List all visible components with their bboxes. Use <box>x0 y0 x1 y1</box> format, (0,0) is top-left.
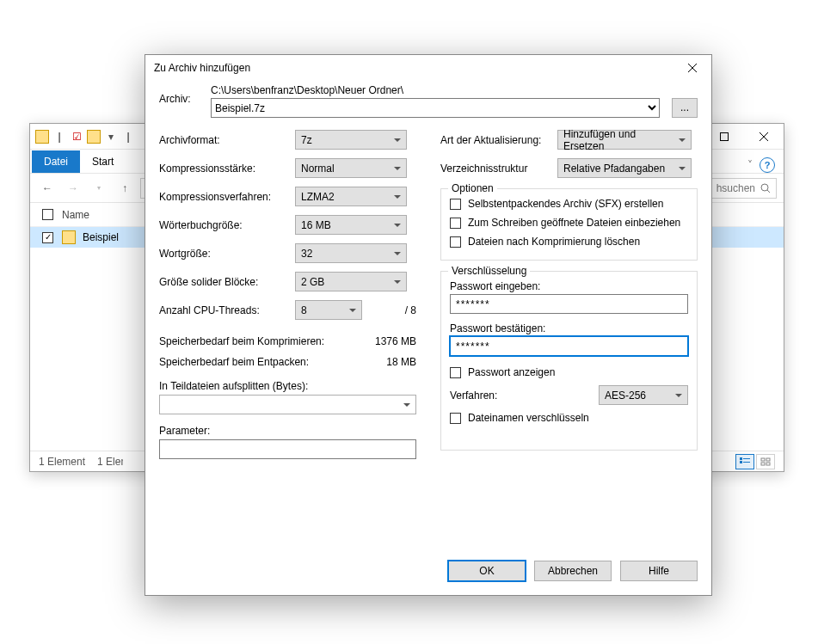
mem-compress-value: 1376 MB <box>375 335 416 347</box>
split-label: In Teildateien aufsplitten (Bytes): <box>159 380 416 392</box>
svg-rect-1 <box>721 132 729 140</box>
archive-label: Archiv: <box>159 84 199 105</box>
enc-method-value: AES-256 <box>605 389 646 402</box>
method-select[interactable]: LZMA2 <box>295 187 407 206</box>
ok-button[interactable]: OK <box>448 561 526 581</box>
svg-rect-10 <box>761 458 765 461</box>
enc-method-label: Verfahren: <box>450 389 536 402</box>
threads-select[interactable]: 8 <box>295 300 362 320</box>
details-view-button[interactable] <box>735 454 754 469</box>
archive-path: C:\Users\benfranz\Desktop\Neuer Ordner\ <box>211 84 660 96</box>
dict-label: Wörterbuchgröße: <box>159 219 295 231</box>
column-name[interactable]: Name <box>62 209 89 221</box>
tab-file[interactable]: Datei <box>32 150 80 173</box>
word-label: Wortgröße: <box>159 248 295 260</box>
cancel-button[interactable]: Abbrechen <box>534 561 612 581</box>
mem-decompress-value: 18 MB <box>386 356 416 368</box>
up-button[interactable]: ↑ <box>114 178 135 199</box>
encrypt-names-checkbox[interactable] <box>450 413 461 424</box>
dropdown-icon[interactable]: ▾ <box>104 130 118 144</box>
svg-rect-11 <box>766 458 770 461</box>
folder-icon <box>62 230 76 244</box>
close-button[interactable] <box>673 55 711 81</box>
password-input[interactable] <box>450 294 688 314</box>
block-select[interactable]: 2 GB <box>295 272 407 291</box>
path-select[interactable]: Relative Pfadangaben <box>557 158 692 178</box>
folder-icon <box>35 130 49 144</box>
mem-decompress-label: Speicherbedarf beim Entpacken: <box>159 356 309 368</box>
update-label: Art der Aktualisierung: <box>440 134 557 146</box>
dialog-title: Zu Archiv hinzufügen <box>154 62 250 74</box>
encrypt-names-label: Dateinamen verschlüsseln <box>468 412 589 424</box>
delete-label: Dateien nach Komprimierung löschen <box>468 236 640 248</box>
shared-label: Zum Schreiben geöffnete Dateien einbezie… <box>468 217 680 229</box>
level-select[interactable]: Normal <box>295 158 407 178</box>
password-confirm-input[interactable] <box>450 336 688 356</box>
param-label: Parameter: <box>159 425 416 437</box>
format-label: Archivformat: <box>159 134 295 146</box>
update-value: Hinzufügen und Ersetzen <box>563 128 675 152</box>
help-icon[interactable]: ? <box>760 157 775 173</box>
file-name: Beispiel <box>83 231 119 243</box>
sfx-checkbox[interactable] <box>450 199 461 210</box>
select-all-checkbox[interactable] <box>42 209 53 220</box>
row-checkbox[interactable] <box>42 232 53 243</box>
svg-rect-6 <box>740 457 742 460</box>
dict-select[interactable]: 16 MB <box>295 215 407 235</box>
block-label: Größe solider Blöcke: <box>159 276 295 288</box>
options-group: Optionen Selbstentpackendes Archiv (SFX)… <box>440 188 698 261</box>
back-button[interactable]: ← <box>37 178 58 199</box>
show-password-label: Passwort anzeigen <box>468 366 555 378</box>
dialog-titlebar: Zu Archiv hinzufügen <box>145 55 711 81</box>
options-legend: Optionen <box>448 182 497 194</box>
mem-compress-label: Speicherbedarf beim Komprimieren: <box>159 335 324 347</box>
delete-checkbox[interactable] <box>450 236 461 248</box>
large-icons-view-button[interactable] <box>756 454 775 469</box>
method-label: Kompressionsverfahren: <box>159 191 295 203</box>
svg-rect-8 <box>740 461 742 463</box>
word-select[interactable]: 32 <box>295 243 407 263</box>
close-button[interactable] <box>744 124 784 150</box>
param-input[interactable] <box>159 439 416 459</box>
forward-button[interactable]: → <box>63 178 83 199</box>
folder-icon <box>87 130 101 144</box>
search-placeholder: hsuchen <box>717 182 755 194</box>
svg-rect-13 <box>766 463 770 465</box>
level-label: Kompressionsstärke: <box>159 163 295 175</box>
threads-value: 8 <box>301 304 307 316</box>
update-select[interactable]: Hinzufügen und Ersetzen <box>557 130 692 150</box>
search-icon <box>760 183 771 193</box>
svg-line-5 <box>767 190 770 193</box>
shared-checkbox[interactable] <box>450 218 461 229</box>
svg-rect-7 <box>743 458 750 459</box>
close-icon <box>688 64 697 72</box>
split-select[interactable] <box>159 395 416 414</box>
show-password-checkbox[interactable] <box>450 367 461 378</box>
encryption-legend: Verschlüsselung <box>448 265 530 277</box>
status-selected: 1 Element ausgewählt <box>97 456 123 468</box>
method-value: LZMA2 <box>301 191 335 203</box>
status-item-count: 1 Element <box>39 456 85 468</box>
path-value: Relative Pfadangaben <box>563 163 665 175</box>
format-select[interactable]: 7z <box>295 130 407 150</box>
threads-total: / 8 <box>394 304 416 316</box>
tab-start[interactable]: Start <box>80 150 126 173</box>
word-value: 32 <box>301 248 312 260</box>
large-icons-view-icon <box>760 457 771 466</box>
level-value: Normal <box>301 163 335 175</box>
checkmark-icon: ☑ <box>70 130 83 144</box>
encryption-group: Verschlüsselung Passwort eingeben: Passw… <box>440 271 698 451</box>
path-label: Verzeichnisstruktur <box>440 163 557 175</box>
dict-value: 16 MB <box>301 219 331 231</box>
chevron-down-icon[interactable]: ˅ <box>747 159 753 171</box>
sfx-label: Selbstentpackendes Archiv (SFX) erstelle… <box>468 198 663 210</box>
add-to-archive-dialog: Zu Archiv hinzufügen Archiv: C:\Users\be… <box>145 54 712 596</box>
enc-method-select[interactable]: AES-256 <box>599 385 688 405</box>
archive-file-combo[interactable]: Beispiel.7z <box>211 98 660 118</box>
format-value: 7z <box>301 134 312 146</box>
help-button[interactable]: Hilfe <box>620 561 698 581</box>
password-label: Passwort eingeben: <box>450 280 688 292</box>
recent-dropdown[interactable]: ▾ <box>89 178 109 199</box>
dialog-footer: OK Abbrechen Hilfe <box>145 555 711 595</box>
browse-button[interactable]: ... <box>672 98 698 118</box>
